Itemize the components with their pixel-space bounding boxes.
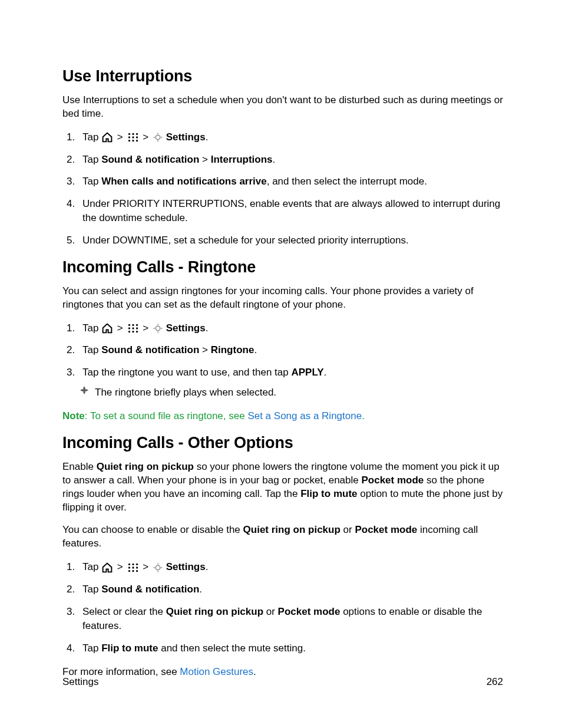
svg-point-7 bbox=[132, 140, 134, 141]
t: Tap the ringtone you want to use, and th… bbox=[82, 367, 291, 378]
svg-point-36 bbox=[132, 566, 134, 568]
steps-incoming-ringtone: Tap > > Settings. Tap Sound & notificati… bbox=[62, 321, 503, 400]
t: You can choose to enable or disable the bbox=[62, 524, 243, 535]
b: Sound & notification bbox=[101, 154, 199, 165]
t: and then select the mute setting. bbox=[158, 643, 305, 654]
svg-point-20 bbox=[128, 331, 130, 332]
svg-point-40 bbox=[135, 570, 137, 572]
b: APPLY bbox=[291, 367, 323, 378]
step-text: Tap bbox=[82, 131, 101, 143]
apps-grid-icon bbox=[127, 323, 139, 334]
svg-point-23 bbox=[156, 326, 160, 331]
b: Pocket mode bbox=[278, 606, 340, 617]
t: Tap bbox=[82, 344, 101, 355]
sub-text: The ringtone briefly plays when selected… bbox=[95, 386, 276, 400]
page-footer: Settings 262 bbox=[62, 676, 503, 688]
step: Under DOWNTIME, set a schedule for your … bbox=[78, 233, 503, 248]
settings-gear-icon bbox=[153, 323, 163, 334]
svg-point-39 bbox=[132, 570, 134, 572]
settings-label: Settings bbox=[166, 322, 206, 334]
bullet-diamond-icon bbox=[80, 386, 89, 395]
note-label: Note bbox=[62, 410, 85, 421]
t: > bbox=[199, 154, 210, 165]
t: Select or clear the bbox=[82, 606, 166, 617]
svg-point-4 bbox=[132, 137, 134, 139]
intro-incoming-ringtone: You can select and assign ringtones for … bbox=[62, 285, 503, 312]
intro-other-options-2: You can choose to enable or disable the … bbox=[62, 523, 503, 551]
b: Flip to mute bbox=[101, 643, 158, 654]
step-text: Tap bbox=[82, 561, 101, 572]
b: When calls and notifications arrive bbox=[101, 176, 267, 187]
svg-point-41 bbox=[156, 565, 160, 570]
t: . bbox=[324, 367, 327, 378]
t: . bbox=[273, 154, 276, 165]
b: Pocket mode bbox=[361, 475, 424, 486]
svg-point-14 bbox=[128, 324, 130, 326]
note-after: . bbox=[362, 410, 365, 421]
t: or bbox=[263, 606, 278, 617]
settings-gear-icon bbox=[153, 132, 163, 143]
apps-grid-icon bbox=[127, 132, 139, 143]
step: Tap Sound & notification. bbox=[78, 582, 503, 597]
svg-point-21 bbox=[132, 331, 134, 332]
settings-label: Settings bbox=[166, 561, 206, 572]
footer-page-number: 262 bbox=[487, 676, 503, 688]
b: Pocket mode bbox=[355, 524, 417, 535]
step: Under PRIORITY INTERRUPTIONS, enable eve… bbox=[78, 197, 503, 225]
svg-point-9 bbox=[156, 136, 160, 140]
t: , and then select the interrupt mode. bbox=[267, 176, 427, 187]
b: Sound & notification bbox=[101, 344, 199, 355]
steps-other-options: Tap > > Settings. Tap Sound & notificati… bbox=[62, 560, 503, 655]
t: > bbox=[199, 344, 210, 355]
note-ringtone: Note: To set a sound file as ringtone, s… bbox=[62, 410, 503, 422]
chevron: > bbox=[114, 322, 125, 334]
b: Quiet ring on pickup bbox=[97, 461, 194, 472]
settings-label: Settings bbox=[166, 131, 206, 143]
step: Tap Flip to mute and then select the mut… bbox=[78, 641, 503, 655]
chevron: > bbox=[140, 322, 151, 334]
chevron: > bbox=[140, 561, 151, 572]
t: or bbox=[340, 524, 355, 535]
home-icon bbox=[101, 562, 113, 573]
chevron: > bbox=[114, 131, 125, 143]
svg-point-34 bbox=[135, 563, 137, 565]
t: Tap bbox=[82, 176, 101, 187]
svg-point-18 bbox=[132, 327, 134, 329]
step-suffix: . bbox=[206, 561, 209, 572]
svg-point-5 bbox=[135, 137, 137, 139]
svg-point-16 bbox=[135, 324, 137, 326]
step: Tap Sound & notification > Interruptions… bbox=[78, 153, 503, 167]
sub-bullet: The ringtone briefly plays when selected… bbox=[80, 386, 503, 400]
step: Tap Sound & notification > Ringtone. bbox=[78, 343, 503, 357]
step: Tap the ringtone you want to use, and th… bbox=[78, 365, 503, 400]
step-text: Tap bbox=[82, 322, 101, 334]
b: Quiet ring on pickup bbox=[243, 524, 340, 535]
svg-point-22 bbox=[135, 331, 137, 332]
note-text: : To set a sound file as ringtone, see bbox=[85, 410, 248, 421]
intro-other-options-1: Enable Quiet ring on pickup so your phon… bbox=[62, 460, 503, 515]
svg-point-38 bbox=[128, 570, 130, 572]
t: . bbox=[199, 584, 202, 595]
step: Select or clear the Quiet ring on pickup… bbox=[78, 605, 503, 633]
footer-section-name: Settings bbox=[62, 676, 98, 688]
svg-point-35 bbox=[128, 566, 130, 568]
heading-incoming-ringtone: Incoming Calls - Ringtone bbox=[62, 258, 503, 276]
steps-use-interruptions: Tap > > Settings. Tap Sound & notificati… bbox=[62, 130, 503, 248]
svg-point-33 bbox=[132, 563, 134, 565]
svg-point-17 bbox=[128, 327, 130, 329]
heading-use-interruptions: Use Interruptions bbox=[62, 67, 503, 85]
svg-point-37 bbox=[135, 566, 137, 568]
b: Ringtone bbox=[211, 344, 254, 355]
step: Tap > > Settings. bbox=[78, 560, 503, 574]
svg-point-1 bbox=[132, 133, 134, 135]
home-icon bbox=[101, 323, 113, 334]
step: Tap When calls and notifications arrive,… bbox=[78, 174, 503, 189]
step-suffix: . bbox=[206, 322, 209, 334]
link-set-song-ringtone[interactable]: Set a Song as a Ringtone bbox=[247, 410, 362, 421]
page-content: Use Interruptions Use Interruptions to s… bbox=[0, 0, 562, 728]
chevron: > bbox=[114, 561, 125, 572]
step: Tap > > Settings. bbox=[78, 321, 503, 335]
b: Interruptions bbox=[211, 154, 273, 165]
t: . bbox=[254, 344, 257, 355]
step: Tap > > Settings. bbox=[78, 130, 503, 144]
